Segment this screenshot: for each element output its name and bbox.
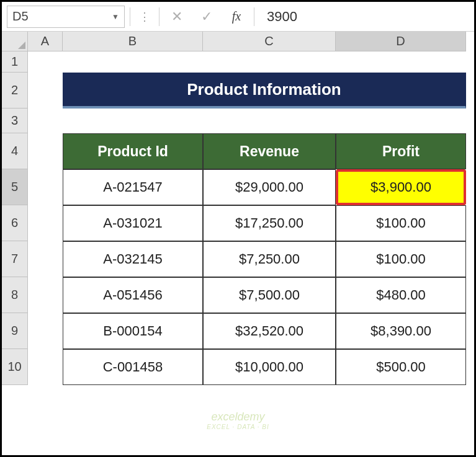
- rows-container: 1 2 Product Information 3 4 Product Id R…: [2, 51, 474, 385]
- cell-a10[interactable]: [28, 349, 63, 385]
- cell-d9[interactable]: $8,390.00: [336, 313, 466, 349]
- row-header-3[interactable]: 3: [2, 109, 28, 133]
- row-8: 8 A-051456 $7,500.00 $480.00: [2, 277, 474, 313]
- row-1: 1: [2, 51, 474, 73]
- cell-a4[interactable]: [28, 133, 63, 169]
- cell-c7[interactable]: $7,250.00: [203, 241, 336, 277]
- watermark-main: exceldemy: [211, 410, 264, 423]
- formula-input[interactable]: 3900: [259, 6, 469, 28]
- cell-a8[interactable]: [28, 277, 63, 313]
- cell-c10[interactable]: $10,000.00: [203, 349, 336, 385]
- cell-d7[interactable]: $100.00: [336, 241, 466, 277]
- cell-b8[interactable]: A-051456: [63, 277, 203, 313]
- cell-c1[interactable]: [203, 51, 336, 73]
- cell-c3[interactable]: [203, 109, 336, 133]
- row-2: 2 Product Information: [2, 73, 474, 109]
- formula-bar: D5 ▼ ⋮ ✕ ✓ fx 3900: [2, 2, 474, 32]
- row-header-6[interactable]: 6: [2, 205, 28, 241]
- grid-area: A B C D 1 2 Product Information 3: [2, 32, 474, 385]
- dots-icon: ⋮: [135, 10, 154, 24]
- cell-b5[interactable]: A-021547: [63, 169, 203, 205]
- chevron-down-icon[interactable]: ▼: [112, 12, 119, 21]
- name-box-value: D5: [12, 9, 29, 24]
- cell-b10[interactable]: C-001458: [63, 349, 203, 385]
- cell-d8[interactable]: $480.00: [336, 277, 466, 313]
- col-header-d[interactable]: D: [336, 32, 466, 51]
- col-header-b[interactable]: B: [63, 32, 203, 51]
- cell-a7[interactable]: [28, 241, 63, 277]
- cell-a9[interactable]: [28, 313, 63, 349]
- row-header-7[interactable]: 7: [2, 241, 28, 277]
- cell-d6[interactable]: $100.00: [336, 205, 466, 241]
- cell-c8[interactable]: $7,500.00: [203, 277, 336, 313]
- cell-d3[interactable]: [336, 109, 466, 133]
- cell-c9[interactable]: $32,520.00: [203, 313, 336, 349]
- cell-a5[interactable]: [28, 169, 63, 205]
- cancel-icon[interactable]: ✕: [164, 6, 189, 28]
- cell-a2[interactable]: [28, 73, 63, 109]
- cell-c5[interactable]: $29,000.00: [203, 169, 336, 205]
- title-banner[interactable]: Product Information: [63, 73, 466, 109]
- cell-b6[interactable]: A-031021: [63, 205, 203, 241]
- row-9: 9 B-000154 $32,520.00 $8,390.00: [2, 313, 474, 349]
- cell-d5[interactable]: $3,900.00: [336, 169, 466, 205]
- row-4: 4 Product Id Revenue Profit: [2, 133, 474, 169]
- row-5: 5 A-021547 $29,000.00 $3,900.00: [2, 169, 474, 205]
- cell-c6[interactable]: $17,250.00: [203, 205, 336, 241]
- cell-b9[interactable]: B-000154: [63, 313, 203, 349]
- row-header-5[interactable]: 5: [2, 169, 28, 205]
- cell-b7[interactable]: A-032145: [63, 241, 203, 277]
- fx-icon[interactable]: fx: [224, 6, 249, 28]
- col-header-a[interactable]: A: [28, 32, 63, 51]
- cell-d1[interactable]: [336, 51, 466, 73]
- cell-d10[interactable]: $500.00: [336, 349, 466, 385]
- header-revenue[interactable]: Revenue: [203, 133, 336, 169]
- divider: [130, 7, 130, 26]
- header-product-id[interactable]: Product Id: [63, 133, 203, 169]
- cell-a3[interactable]: [28, 109, 63, 133]
- column-headers: A B C D: [2, 32, 474, 51]
- cell-b1[interactable]: [63, 51, 203, 73]
- row-header-2[interactable]: 2: [2, 73, 28, 109]
- divider: [254, 7, 254, 26]
- name-box[interactable]: D5 ▼: [7, 6, 125, 28]
- watermark-sub: EXCEL · DATA · BI: [207, 424, 269, 430]
- cell-b3[interactable]: [63, 109, 203, 133]
- row-7: 7 A-032145 $7,250.00 $100.00: [2, 241, 474, 277]
- row-10: 10 C-001458 $10,000.00 $500.00: [2, 349, 474, 385]
- row-3: 3: [2, 109, 474, 133]
- row-header-9[interactable]: 9: [2, 313, 28, 349]
- row-header-10[interactable]: 10: [2, 349, 28, 385]
- select-all-button[interactable]: [2, 32, 28, 51]
- cell-a6[interactable]: [28, 205, 63, 241]
- header-profit[interactable]: Profit: [336, 133, 466, 169]
- row-header-1[interactable]: 1: [2, 51, 28, 73]
- watermark: exceldemy EXCEL · DATA · BI: [207, 410, 269, 430]
- row-header-8[interactable]: 8: [2, 277, 28, 313]
- col-header-c[interactable]: C: [203, 32, 336, 51]
- divider: [159, 7, 159, 26]
- confirm-icon[interactable]: ✓: [194, 6, 219, 28]
- row-header-4[interactable]: 4: [2, 133, 28, 169]
- row-6: 6 A-031021 $17,250.00 $100.00: [2, 205, 474, 241]
- cell-a1[interactable]: [28, 51, 63, 73]
